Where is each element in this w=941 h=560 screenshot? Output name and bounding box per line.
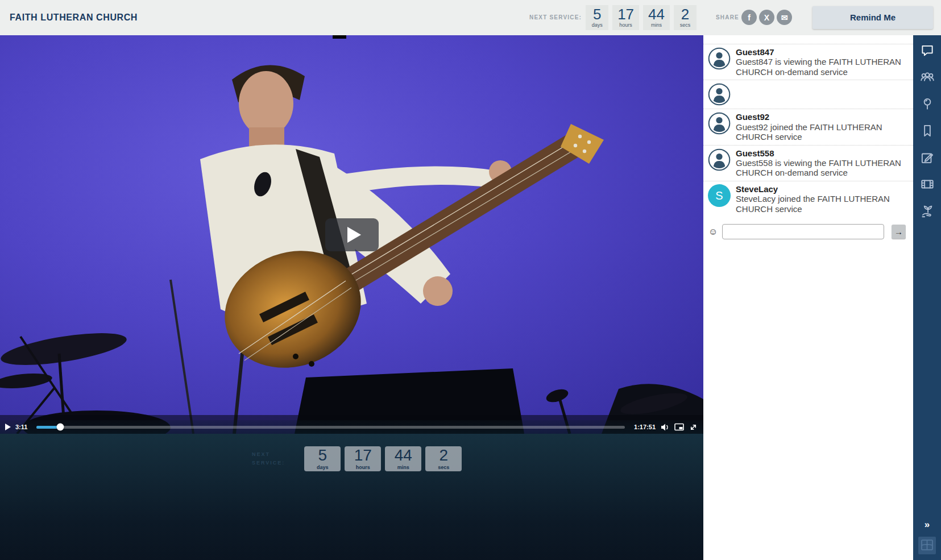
person-avatar-icon <box>708 112 731 135</box>
chat-text: SteveLacy joined the FAITH LUTHERAN CHUR… <box>736 194 907 214</box>
chat-text: Guest92 joined the FAITH LUTHERAN CHURCH… <box>736 122 907 142</box>
countdown-mins-label: mins <box>648 22 665 28</box>
picture-in-picture-icon[interactable] <box>674 423 684 432</box>
chat-message: Guest92 Guest92 joined the FAITH LUTHERA… <box>703 109 913 145</box>
chat-message <box>703 80 913 109</box>
play-icon <box>347 227 361 243</box>
live-stream-page: FAITH LUTHERAN CHURCH NEXT SERVICE: 5 da… <box>0 0 941 560</box>
countdown-days-value: 5 <box>591 7 603 22</box>
person-avatar-icon <box>708 148 731 171</box>
bookmark-tab-icon[interactable] <box>919 123 935 139</box>
header-countdown: 5 days 17 hours 44 mins 2 secs <box>582 5 697 30</box>
countdown-secs-label: secs <box>679 22 691 28</box>
countdown2-days-label: days <box>304 464 341 470</box>
countdown2-days-value: 5 <box>304 447 341 464</box>
top-header: FAITH LUTHERAN CHURCH NEXT SERVICE: 5 da… <box>0 0 941 35</box>
countdown2-mins-label: mins <box>385 464 421 470</box>
countdown2-hours-label: hours <box>345 464 381 470</box>
next-service-faint-line1: NEXT <box>252 450 285 459</box>
countdown2-days: 5 days <box>304 446 341 471</box>
person-avatar-icon <box>708 47 731 70</box>
chat-username: Guest92 <box>736 112 907 122</box>
countdown2-hours-value: 17 <box>345 447 381 464</box>
pin-tab-icon[interactable] <box>919 96 935 112</box>
volume-icon[interactable] <box>660 423 670 432</box>
people-tab-icon[interactable] <box>919 69 935 85</box>
video-tab-icon[interactable] <box>919 176 935 192</box>
countdown-hours-value: 17 <box>617 7 634 22</box>
countdown2-mins: 44 mins <box>385 446 421 471</box>
next-service-label: NEXT SERVICE: <box>529 14 582 20</box>
remind-me-button[interactable]: Remind Me <box>813 6 933 29</box>
progress-bar[interactable] <box>36 426 625 429</box>
x-share-icon[interactable]: X <box>759 10 774 25</box>
church-brand: FAITH LUTHERAN CHURCH <box>10 13 138 23</box>
email-share-icon[interactable]: ✉ <box>777 10 792 25</box>
countdown-hours: 17 hours <box>612 5 639 30</box>
countdown-hours-label: hours <box>617 22 634 28</box>
chat-tab-icon[interactable] <box>919 43 935 59</box>
share-label: SHARE <box>716 14 739 20</box>
chat-text: Guest847 is viewing the FAITH LUTHERAN C… <box>736 57 907 77</box>
chat-message: Guest847 Guest847 is viewing the FAITH L… <box>703 44 913 80</box>
chat-message: S SteveLacy SteveLacy joined the FAITH L… <box>703 181 913 217</box>
initial-avatar: S <box>708 184 731 207</box>
chat-username: Guest558 <box>736 148 907 158</box>
sidebar-icon-rail <box>913 35 941 560</box>
chat-panel: Guest847 Guest847 is viewing the FAITH L… <box>703 35 913 560</box>
progress-knob[interactable] <box>56 424 64 431</box>
below-video-panel: NEXT SERVICE: 5 days 17 hours 44 mins 2 … <box>0 434 703 560</box>
person-avatar-icon <box>708 83 731 106</box>
platform-logo <box>918 537 936 554</box>
current-time: 3:11 <box>15 424 27 430</box>
big-play-button[interactable] <box>325 218 379 251</box>
chat-username: SteveLacy <box>736 184 907 194</box>
chat-input-row: ☺ → <box>703 224 913 239</box>
countdown2-mins-value: 44 <box>385 447 421 464</box>
countdown2-secs-value: 2 <box>425 447 462 464</box>
collapse-panel-button[interactable]: » <box>913 519 941 530</box>
notes-tab-icon[interactable] <box>919 150 935 165</box>
duration: 1:17:51 <box>634 424 656 430</box>
countdown-secs-value: 2 <box>679 7 691 22</box>
emoji-icon[interactable]: ☺ <box>708 227 718 237</box>
video-letterbox-notch <box>333 35 346 39</box>
video-player[interactable]: 3:11 1:17:51 <box>0 35 703 434</box>
video-controls-bar: 3:11 1:17:51 <box>0 420 703 434</box>
countdown2-secs-label: secs <box>425 464 462 470</box>
giving-tab-icon[interactable] <box>919 203 935 219</box>
chat-message: Guest558 Guest558 is viewing the FAITH L… <box>703 146 913 181</box>
avatar-initial-letter: S <box>708 184 731 207</box>
countdown-days-label: days <box>591 22 603 28</box>
next-service-faint-line2: SERVICE: <box>252 459 285 467</box>
chat-input[interactable] <box>722 224 884 239</box>
fullscreen-icon[interactable] <box>689 423 698 432</box>
send-message-button[interactable]: → <box>892 225 906 239</box>
countdown-mins: 44 mins <box>643 5 670 30</box>
countdown2-secs: 2 secs <box>425 446 462 471</box>
facebook-share-icon[interactable]: f <box>741 10 757 25</box>
chat-username: Guest847 <box>736 47 907 57</box>
play-button[interactable] <box>5 424 11 430</box>
countdown2-hours: 17 hours <box>345 446 381 471</box>
next-service-faint-label: NEXT SERVICE: <box>252 450 285 468</box>
countdown-secs: 2 secs <box>674 5 697 30</box>
chat-text: Guest558 is viewing the FAITH LUTHERAN C… <box>736 158 907 178</box>
countdown-days: 5 days <box>586 5 608 30</box>
countdown-mins-value: 44 <box>648 7 665 22</box>
